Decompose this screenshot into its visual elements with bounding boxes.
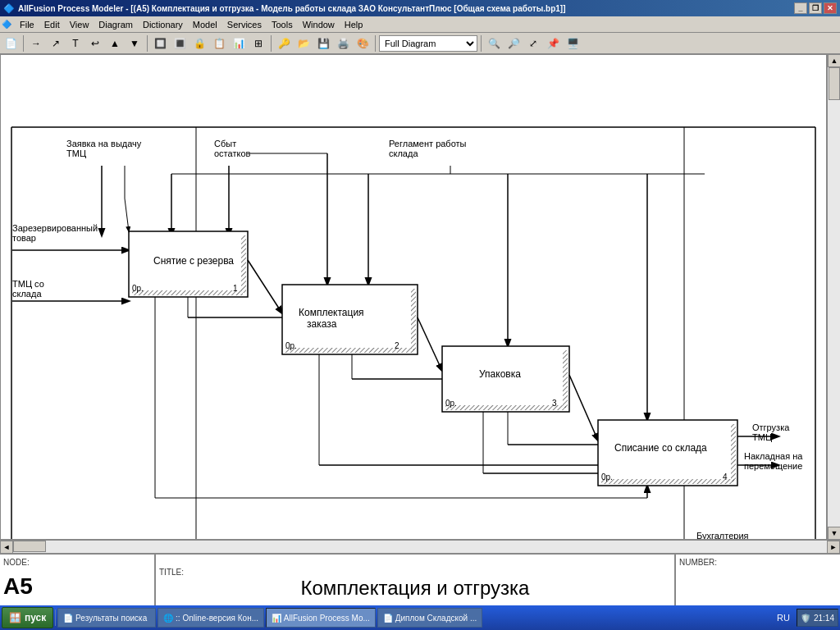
menu-bar: 🔷 File Edit View Diagram Dictionary Mode…: [0, 16, 840, 33]
zoom-select[interactable]: Full Diagram 50% 75% 100% 150%: [379, 35, 477, 52]
scroll-track-v: [828, 67, 840, 527]
svg-line-45: [418, 317, 442, 371]
toolbar-fit[interactable]: ⤢: [524, 34, 542, 52]
svg-text:Накладная на: Накладная на: [744, 451, 803, 461]
svg-rect-39: [411, 289, 416, 350]
diagram-canvas-container[interactable]: Заявка на выдачу ТМЦ Зарезервированный т…: [0, 54, 827, 540]
close-button[interactable]: ✕: [824, 2, 837, 14]
scroll-up-button[interactable]: ▲: [828, 54, 840, 67]
toolbar-triangle-down[interactable]: ▼: [126, 34, 144, 52]
svg-text:2: 2: [395, 341, 399, 350]
toolbar-icon3[interactable]: 📋: [210, 34, 228, 52]
toolbar-arrow[interactable]: →: [27, 34, 45, 52]
toolbar-text[interactable]: T: [66, 34, 84, 52]
start-button[interactable]: 🪟 пуск: [2, 607, 53, 628]
toolbar-icon2[interactable]: 🔳: [171, 34, 189, 52]
svg-text:перемещение: перемещение: [744, 461, 802, 471]
app-menu-icon: 🔷: [2, 20, 11, 29]
bottom-title-section: NODE: A5 TITLE: Комплектация и отгрузка …: [0, 553, 840, 612]
toolbar-lock[interactable]: 🔒: [190, 34, 208, 52]
svg-text:Регламент работы: Регламент работы: [389, 139, 467, 148]
toolbar-icon10[interactable]: 🖥️: [564, 34, 582, 52]
toolbar-new[interactable]: 📄: [2, 34, 20, 52]
start-icon: 🪟: [9, 612, 21, 623]
taskbar-item-2-label: AllFusion Process Mo...: [284, 614, 370, 623]
svg-rect-30: [241, 235, 246, 293]
menu-diagram[interactable]: Diagram: [94, 18, 138, 31]
horizontal-scrollbar[interactable]: ◄ ►: [0, 540, 840, 553]
toolbar-icon6[interactable]: 🔑: [275, 34, 293, 52]
toolbar-zoom-in[interactable]: 🔍: [485, 34, 503, 52]
menu-view[interactable]: View: [65, 18, 94, 31]
toolbar-print[interactable]: 🖨️: [334, 34, 352, 52]
taskbar: 🪟 пуск 📄 Результаты поиска 🌐 :: Online-в…: [0, 605, 840, 630]
toolbar-icon7[interactable]: 📂: [294, 34, 313, 52]
menu-help[interactable]: Help: [340, 18, 368, 31]
number-box: NUMBER:: [676, 555, 840, 612]
taskbar-item-2[interactable]: 📊 AllFusion Process Mo...: [266, 608, 376, 628]
scroll-thumb-h[interactable]: [13, 541, 46, 552]
menu-services[interactable]: Services: [222, 18, 267, 31]
taskbar-item-0[interactable]: 📄 Результаты поиска: [57, 608, 156, 628]
node-box: NODE: A5: [0, 555, 156, 612]
svg-text:4: 4: [723, 472, 728, 482]
toolbar-zoom-out[interactable]: 🔎: [504, 34, 523, 52]
svg-line-80: [125, 199, 129, 231]
svg-text:0р.: 0р.: [601, 472, 613, 482]
taskbar-item-3-label: Диплом Складской ...: [395, 614, 477, 623]
menu-model[interactable]: Model: [188, 18, 222, 31]
scroll-right-button[interactable]: ►: [827, 541, 840, 554]
svg-text:Зарезервированный: Зарезервированный: [12, 223, 98, 233]
menu-edit[interactable]: Edit: [39, 18, 65, 31]
toolbar-main: 📄 → ↗ T ↩ ▲ ▼ 🔲 🔳 🔒 📋 📊 ⊞ 🔑 📂 💾 🖨️ 🎨 Ful…: [0, 33, 840, 54]
svg-text:товар: товар: [12, 233, 36, 243]
svg-text:Упаковка: Упаковка: [479, 368, 521, 380]
node-label: NODE:: [3, 558, 151, 567]
toolbar-icon8[interactable]: 💾: [314, 34, 332, 52]
svg-rect-50: [445, 405, 566, 410]
menu-tools[interactable]: Tools: [267, 18, 298, 31]
svg-rect-31: [132, 290, 243, 295]
taskbar-item-0-icon: 📄: [63, 614, 73, 623]
svg-text:заказа: заказа: [307, 318, 337, 330]
svg-text:Снятие с резерва: Снятие с резерва: [153, 255, 234, 267]
svg-text:Отгрузка: Отгрузка: [752, 422, 790, 432]
svg-rect-65: [731, 424, 736, 482]
taskbar-item-1[interactable]: 🌐 :: Online-версия Кон...: [158, 608, 264, 628]
vertical-scrollbar[interactable]: ▲ ▼: [827, 54, 840, 540]
menu-dictionary[interactable]: Dictionary: [138, 18, 188, 31]
toolbar-cursor[interactable]: ↗: [47, 34, 65, 52]
svg-text:0р.: 0р.: [445, 399, 457, 408]
diagram-svg: Заявка на выдачу ТМЦ Зарезервированный т…: [1, 55, 826, 539]
scroll-track-h: [13, 541, 827, 554]
svg-text:склада: склада: [389, 148, 418, 158]
taskbar-item-1-icon: 🌐: [163, 614, 173, 623]
menu-file[interactable]: File: [15, 18, 39, 31]
menu-window[interactable]: Window: [298, 18, 340, 31]
toolbar-color[interactable]: 🎨: [354, 34, 372, 52]
svg-text:1: 1: [233, 284, 238, 293]
svg-text:Комплектация: Комплектация: [299, 307, 364, 318]
scroll-left-button[interactable]: ◄: [0, 541, 13, 554]
number-label: NUMBER:: [679, 558, 837, 567]
svg-text:Сбыт: Сбыт: [214, 139, 236, 148]
scroll-thumb-v[interactable]: [829, 67, 840, 100]
restore-button[interactable]: ❐: [809, 2, 822, 14]
toolbar-icon1[interactable]: 🔲: [151, 34, 169, 52]
taskbar-item-1-label: :: Online-версия Кон...: [176, 614, 258, 623]
toolbar-icon4[interactable]: 📊: [230, 34, 248, 52]
taskbar-right: RU 🛡️ 21:14: [774, 609, 838, 627]
toolbar-triangle-up[interactable]: ▲: [106, 34, 124, 52]
tray-time: 21:14: [814, 614, 834, 623]
toolbar-sep5: [481, 35, 482, 52]
toolbar-icon5[interactable]: ⊞: [249, 34, 267, 52]
toolbar-icon9[interactable]: 📌: [544, 34, 562, 52]
taskbar-item-3[interactable]: 📄 Диплом Складской ...: [377, 608, 482, 628]
scroll-down-button[interactable]: ▼: [828, 527, 840, 540]
toolbar-sep1: [23, 35, 24, 52]
title-label-label: TITLE:: [159, 568, 184, 577]
toolbar-undo[interactable]: ↩: [86, 34, 104, 52]
minimize-button[interactable]: _: [794, 2, 807, 14]
svg-text:0р.: 0р.: [132, 284, 144, 293]
svg-text:ТМЦ со: ТМЦ со: [12, 279, 44, 289]
